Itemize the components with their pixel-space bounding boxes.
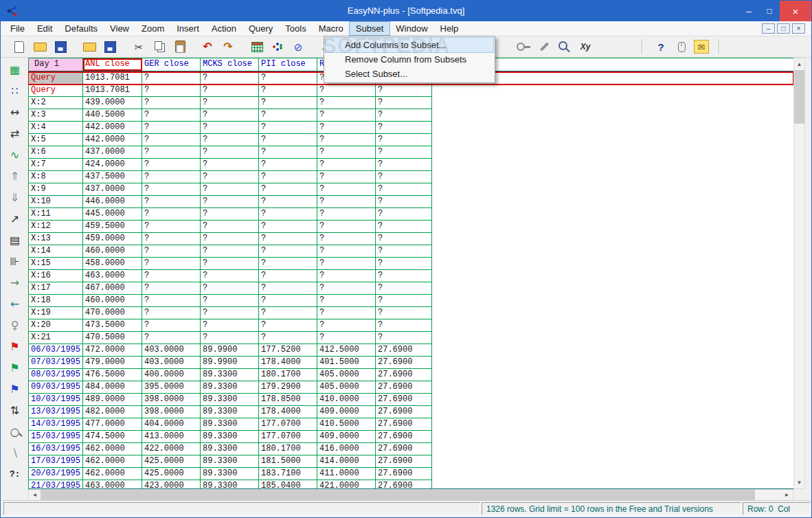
grid-cell[interactable]: 27.6900 [376, 443, 432, 455]
grid-cell[interactable]: 89.3300 [201, 468, 259, 480]
row-label[interactable]: X:4 [28, 122, 83, 134]
grid-cell[interactable]: ? [201, 233, 259, 245]
row-label[interactable]: 21/03/1995 [28, 480, 83, 489]
grid-cell[interactable]: ? [317, 270, 376, 282]
grid-cell[interactable]: 423.0000 [142, 480, 201, 489]
row-label[interactable]: X:6 [28, 146, 83, 159]
row-label[interactable]: 20/03/1995 [28, 468, 83, 480]
grid-cell[interactable]: ? [259, 109, 317, 122]
grid-cell[interactable]: ? [317, 258, 376, 270]
horizontal-scrollbar[interactable]: ◄ ► [28, 489, 793, 501]
grid-cell[interactable]: 409.0000 [317, 431, 376, 443]
grid-cell[interactable]: ? [142, 134, 201, 146]
grid-cell[interactable]: 482.0000 [83, 406, 142, 418]
grid-cell[interactable]: ? [376, 221, 432, 233]
grid-cell[interactable]: 89.3300 [201, 480, 259, 489]
grid-cell[interactable]: 489.0000 [83, 394, 142, 406]
grid-cell[interactable]: 27.6900 [376, 344, 432, 357]
grid-cell[interactable]: 403.0000 [142, 357, 201, 369]
grid-cell[interactable]: ? [259, 171, 317, 183]
grid-cell[interactable]: 462.0000 [83, 443, 142, 455]
grid-cell[interactable]: 470.5000 [83, 332, 142, 344]
grid-cell[interactable]: 180.1700 [259, 443, 317, 455]
data-table-icon[interactable]: ▤ [3, 232, 27, 249]
grid-cell[interactable]: ? [201, 159, 259, 171]
network-view-icon[interactable] [269, 38, 286, 56]
grid-cell[interactable]: 27.6900 [376, 480, 432, 489]
save-file-icon[interactable] [52, 38, 69, 56]
grid-cell[interactable]: 183.7100 [259, 468, 317, 480]
merge-columns-icon[interactable]: ⇄ [3, 125, 27, 142]
query-prompt-icon[interactable]: ?: [3, 466, 27, 483]
grid-cell[interactable]: ? [317, 122, 376, 134]
grid-cell[interactable]: ? [201, 134, 259, 146]
grid-cell[interactable]: ? [376, 295, 432, 307]
grid-cell[interactable]: 424.0000 [83, 159, 142, 171]
redo-icon[interactable]: ↷ [220, 38, 236, 56]
grid-cell[interactable]: ? [201, 196, 259, 208]
grid-cell[interactable]: ? [201, 122, 259, 134]
grid-cell[interactable]: ? [142, 208, 201, 221]
grid-cell[interactable]: 462.0000 [83, 468, 142, 480]
grid-cell[interactable]: 27.6900 [376, 455, 432, 468]
grid-cell[interactable]: ? [259, 258, 317, 270]
menu-item-query[interactable]: Query [243, 22, 279, 35]
grid-cell[interactable]: ? [201, 332, 259, 344]
move-down-icon[interactable]: ⇓ [3, 189, 27, 206]
row-label[interactable]: X:12 [28, 221, 83, 233]
row-label[interactable]: X:14 [28, 245, 83, 258]
help-icon[interactable]: ? [653, 38, 669, 56]
grid-cell[interactable]: ? [376, 146, 432, 159]
new-file-icon[interactable] [11, 38, 27, 56]
mdi-restore-button[interactable]: □ [777, 23, 790, 34]
grid-cell[interactable]: ? [142, 196, 201, 208]
row-label[interactable]: Query [28, 72, 83, 85]
grid-cell[interactable]: 405.0000 [317, 369, 376, 381]
vertical-scrollbar-track[interactable] [794, 124, 804, 477]
grid-cell[interactable]: 401.5000 [317, 357, 376, 369]
scroll-right-arrow[interactable]: ► [781, 490, 793, 500]
scroll-down-arrow[interactable]: ▼ [794, 477, 804, 488]
horizontal-scrollbar-track[interactable] [755, 490, 781, 500]
grid-cell[interactable]: 180.1700 [259, 369, 317, 381]
close-button[interactable]: × [780, 1, 811, 21]
menu-item-tools[interactable]: Tools [279, 22, 312, 35]
grid-cell[interactable]: ? [142, 307, 201, 319]
row-label[interactable]: X:5 [28, 134, 83, 146]
grid-cell[interactable]: 1013.7081 [83, 72, 142, 85]
grid-cell[interactable]: ? [201, 146, 259, 159]
export-file-icon[interactable] [102, 38, 118, 56]
grid-cell[interactable]: 437.5000 [83, 171, 142, 183]
lamp-icon[interactable]: ♀ [3, 317, 27, 334]
grid-cell[interactable]: ? [376, 109, 432, 122]
grid-cell[interactable]: ? [317, 85, 376, 97]
grid-cell[interactable]: 89.3300 [201, 455, 259, 468]
grid-cell[interactable]: ? [317, 233, 376, 245]
grid-cell[interactable]: 410.0000 [317, 394, 376, 406]
row-label[interactable]: 15/03/1995 [28, 431, 83, 443]
grid-cell[interactable]: 467.0000 [83, 282, 142, 295]
grid-cell[interactable]: 89.3300 [201, 406, 259, 418]
row-label[interactable]: X:18 [28, 295, 83, 307]
grid-cell[interactable]: ? [376, 282, 432, 295]
grid-cell[interactable]: ? [259, 233, 317, 245]
grid-cell[interactable]: ? [201, 258, 259, 270]
grid-cell[interactable]: ? [317, 109, 376, 122]
grid-cell[interactable]: 409.0000 [317, 406, 376, 418]
grid-cell[interactable]: 460.0000 [83, 295, 142, 307]
grid-cell[interactable]: ? [317, 282, 376, 295]
grid-cell[interactable]: ? [259, 134, 317, 146]
sort-icon[interactable]: ⇅ [3, 402, 27, 419]
grid-cell[interactable]: 179.2900 [259, 381, 317, 394]
row-label[interactable]: 16/03/1995 [28, 443, 83, 455]
grid-cell[interactable]: 89.3300 [201, 381, 259, 394]
grid-cell[interactable]: 413.0000 [142, 431, 201, 443]
maximize-button[interactable]: □ [759, 1, 780, 21]
menu-item-window[interactable]: Window [390, 22, 433, 35]
column-header-ger-close[interactable]: GER close [142, 58, 201, 71]
column-header-day-1[interactable]: Day 1 [28, 58, 83, 71]
line-chart-icon[interactable]: ↗ [3, 210, 27, 227]
grid-cell[interactable]: ? [317, 307, 376, 319]
menu-item-remove-column-from-subsets[interactable]: Remove Column from Subsets [326, 52, 493, 67]
column-header-anl-close[interactable]: ANL close [83, 58, 142, 71]
